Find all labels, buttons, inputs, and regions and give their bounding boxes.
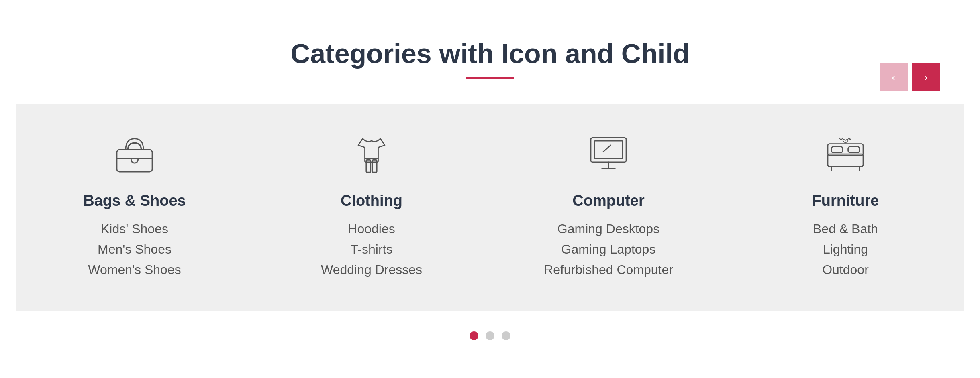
list-item: Women's Shoes xyxy=(88,262,181,277)
nav-buttons: ‹ › xyxy=(880,63,940,91)
category-card-clothing[interactable]: Clothing Hoodies T-shirts Wedding Dresse… xyxy=(253,104,490,311)
category-items-bags-shoes: Kids' Shoes Men's Shoes Women's Shoes xyxy=(88,222,181,283)
dot-3[interactable] xyxy=(502,331,510,340)
category-title-computer: Computer xyxy=(572,192,644,209)
svg-rect-14 xyxy=(831,146,843,152)
list-item: Hoodies xyxy=(321,222,422,236)
furniture-icon xyxy=(819,132,872,176)
list-item: Men's Shoes xyxy=(88,242,181,257)
svg-rect-6 xyxy=(594,141,623,159)
clothing-icon xyxy=(345,132,398,176)
list-item: Kids' Shoes xyxy=(88,222,181,236)
carousel-wrapper: ‹ › Bags & Shoes Kids' Shoes Men's Shoes xyxy=(16,104,964,311)
list-item: Lighting xyxy=(813,242,878,257)
svg-line-7 xyxy=(603,145,611,152)
list-item: Wedding Dresses xyxy=(321,262,422,277)
category-items-clothing: Hoodies T-shirts Wedding Dresses xyxy=(321,222,422,283)
next-button[interactable]: › xyxy=(912,63,940,91)
prev-button[interactable]: ‹ xyxy=(880,63,908,91)
svg-rect-15 xyxy=(848,146,860,152)
svg-rect-0 xyxy=(117,150,152,172)
list-item: Gaming Laptops xyxy=(544,242,673,257)
category-card-bags-shoes[interactable]: Bags & Shoes Kids' Shoes Men's Shoes Wom… xyxy=(16,104,253,311)
list-item: Outdoor xyxy=(813,262,878,277)
category-title-bags-shoes: Bags & Shoes xyxy=(83,192,186,209)
carousel-dots xyxy=(470,331,510,340)
dot-2[interactable] xyxy=(486,331,494,340)
dot-1[interactable] xyxy=(470,331,478,340)
category-items-furniture: Bed & Bath Lighting Outdoor xyxy=(813,222,878,283)
list-item: T-shirts xyxy=(321,242,422,257)
cards-container: Bags & Shoes Kids' Shoes Men's Shoes Wom… xyxy=(16,104,964,311)
category-title-clothing: Clothing xyxy=(341,192,402,209)
list-item: Refurbished Computer xyxy=(544,262,673,277)
list-item: Gaming Desktops xyxy=(544,222,673,236)
computer-icon xyxy=(582,132,635,176)
category-title-furniture: Furniture xyxy=(812,192,879,209)
list-item: Bed & Bath xyxy=(813,222,878,236)
bag-icon xyxy=(108,132,161,176)
category-items-computer: Gaming Desktops Gaming Laptops Refurbish… xyxy=(544,222,673,283)
category-card-furniture[interactable]: Furniture Bed & Bath Lighting Outdoor xyxy=(727,104,964,311)
section-title: Categories with Icon and Child xyxy=(290,38,690,69)
category-card-computer[interactable]: Computer Gaming Desktops Gaming Laptops … xyxy=(490,104,727,311)
title-underline xyxy=(466,77,514,79)
